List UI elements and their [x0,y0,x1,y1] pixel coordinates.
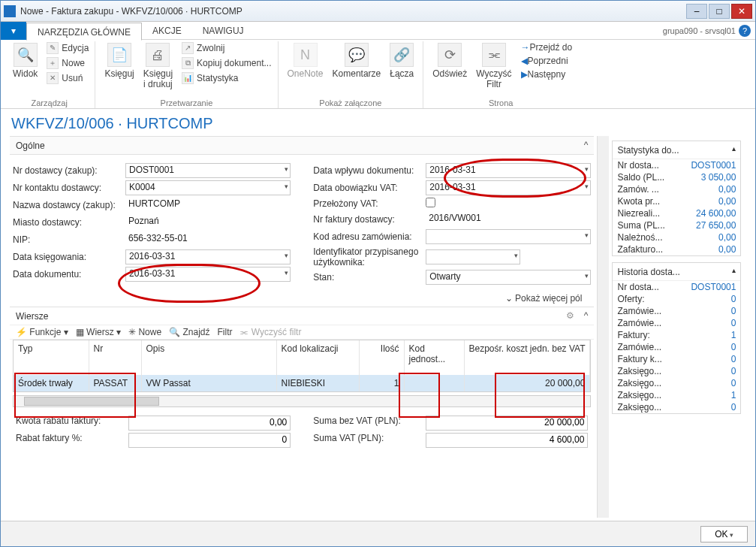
pencil-icon: ✎ [47,42,59,54]
caret-up-icon: ^ [584,140,589,150]
data-ksiegowania-field[interactable]: 2016-03-31▾ [125,249,291,264]
factbox-row[interactable]: Zaksięgo...0 [613,365,740,377]
nastepny-button[interactable]: ▶ Następny [520,68,574,80]
ksieguj-drukuj-button[interactable]: 🖨Księguj i drukuj [139,41,177,91]
kwota-rabatu-field[interactable]: 0,00 [128,416,291,431]
usun-button[interactable]: ✕Usuń [45,71,90,85]
file-dropdown[interactable]: ▾ [1,22,26,40]
komentarze-button[interactable]: 💬Komentarze [328,41,386,80]
factbox-row[interactable]: Zamówie...0 [613,317,740,329]
onenote-button[interactable]: NOneNote [283,41,328,80]
release-icon: ↗ [182,42,194,54]
lines-toolbar: ⚡ Funkcje ▾ ▦ Wiersz ▾ ✳ Nowe 🔍 Znajdź F… [10,325,594,340]
status-bar: OK [1,521,755,546]
magnifier-icon: 🔍 [14,43,38,67]
caret-icon[interactable]: ▴ [732,266,736,274]
caret-up-icon: ^ [584,310,589,321]
lines-grid[interactable]: Typ Nr Opis Kod lokalizacji Ilość Kod je… [13,340,591,392]
odswiez-button[interactable]: ⟳Odśwież [428,41,471,80]
nr-dostawcy-field[interactable]: DOST0001▾ [125,163,291,178]
data-vat-field[interactable]: 2016-03-31▾ [426,180,591,195]
nr-kontaktu-field[interactable]: K0004▾ [125,180,291,195]
tab-nawiguj[interactable]: NAWIGUJ [192,22,255,40]
factbox-row[interactable]: Zafakturo...0,00 [613,243,740,255]
app-icon [4,5,16,17]
window-title: Nowe - Faktura zakupu - WKFVZ/10/006 · H… [20,6,685,17]
factbox-row[interactable]: Zaksięgo...0 [613,401,740,413]
factbox-historia: Historia dosta...▴ Nr dosta...DOST0001Of… [612,262,741,414]
identyfikator-field[interactable]: ▾ [426,249,520,264]
funnel-icon: ⫘ [482,43,506,67]
funkcje-menu[interactable]: ⚡ Funkcje ▾ [16,327,68,337]
data-wplywu-field[interactable]: 2016-03-31▾ [426,163,591,178]
show-more-fields[interactable]: Pokaż więcej pól [10,290,594,307]
table-row[interactable]: Środek trwały PASSAT VW Passat NIEBIESKI… [14,375,590,391]
kopiuj-dokument-button[interactable]: ⧉Kopiuj dokument... [180,56,273,70]
factbox-row[interactable]: Nr dosta...DOST0001 [613,159,740,171]
maximize-button[interactable]: □ [709,4,730,19]
close-button[interactable]: ✕ [731,4,752,19]
ksieguj-button[interactable]: 📄Księguj [100,41,138,80]
help-icon[interactable]: ? [739,25,751,37]
nip-field: 656-332-55-01 [125,232,291,247]
tab-akcje[interactable]: AKCJE [142,22,192,40]
edycja-button[interactable]: ✎Edycja [45,41,90,55]
window-titlebar: Nowe - Faktura zakupu - WKFVZ/10/006 · H… [1,1,755,22]
gear-icon[interactable]: ⚙ [566,310,574,321]
rabat-pct-field[interactable]: 0 [128,433,291,448]
link-icon: 🔗 [390,43,414,67]
printer-icon: 🖨 [146,43,170,67]
wiersz-menu[interactable]: ▦ Wiersz ▾ [76,327,121,337]
page-title: WKFVZ/10/006 · HURTCOMP [1,109,755,138]
section-wiersze-header[interactable]: Wiersze ⚙ ^ [10,307,594,325]
lines-nowe-button[interactable]: ✳ Nowe [128,327,161,337]
lacza-button[interactable]: 🔗Łącza [385,41,418,80]
minimize-button[interactable]: – [686,4,707,19]
factbox-row[interactable]: Niezreali...24 600,00 [613,207,740,219]
suma-vat-field: 4 600,00 [426,433,588,448]
side-panel: Statystyka do...▴ Nr dosta...DOST0001Sal… [609,136,745,518]
znajdz-button[interactable]: 🔍 Znajdź [169,327,209,337]
widok-button[interactable]: 🔍Widok [8,41,42,80]
filtr-button[interactable]: Filtr [217,327,232,337]
factbox-row[interactable]: Należnoś...0,00 [613,231,740,243]
factbox-row[interactable]: Zamówie...0 [613,341,740,353]
factbox-row[interactable]: Saldo (PL...3 050,00 [613,171,740,183]
factbox-row[interactable]: Zamówie...0 [613,305,740,317]
wyczysc-filtr-button[interactable]: ⫘Wyczyść Filtr [471,41,516,91]
new-icon: ＋ [47,57,59,69]
data-dokumentu-field[interactable]: 2016-03-31▾ [125,267,291,282]
nr-faktury-dostawcy-field[interactable]: 2016/VW001 [426,212,591,227]
tab-narzedzia-glowne[interactable]: NARZĘDZIA GŁÓWNE [26,23,142,41]
factbox-row[interactable]: Zaksięgo...0 [613,377,740,389]
przelozony-vat-checkbox[interactable] [426,198,435,207]
content-vertical-scrollbar[interactable] [597,136,609,518]
factbox-row[interactable]: Zamów. ...0,00 [613,183,740,195]
suma-bez-vat-field: 20 000,00 [426,416,588,431]
factbox-row[interactable]: Kwota pr...0,00 [613,195,740,207]
factbox-row[interactable]: Faktury:1 [613,329,740,341]
nowe-button[interactable]: ＋Nowe [45,56,90,70]
horizontal-scrollbar[interactable] [13,395,591,407]
nazwa-dostawcy-field: HURTCOMP [125,198,291,213]
caret-icon[interactable]: ▴ [732,144,736,153]
poprzedni-button[interactable]: ◀ Poprzedni [520,55,574,67]
factbox-row[interactable]: Zaksięgo...1 [613,389,740,401]
miasto-field: Poznań [125,215,291,230]
stats-icon: 📊 [182,72,194,84]
user-info: grupa090 - srvsql01 [663,26,736,35]
wyczysc-filtr-lines-button[interactable]: ⫘ Wyczyść filtr [239,327,301,337]
kod-adresu-field[interactable]: ▾ [426,229,591,244]
factbox-row[interactable]: Oferty:0 [613,293,740,305]
post-icon: 📄 [107,43,131,67]
factbox-row[interactable]: Suma (PL...27 650,00 [613,219,740,231]
ok-button[interactable]: OK [700,526,748,542]
stan-field[interactable]: Otwarty▾ [426,270,591,285]
totals-pane: Kwota rabatu faktury:0,00 Rabat faktury … [10,410,594,453]
zwolnij-button[interactable]: ↗Zwolnij [180,41,273,55]
factbox-row[interactable]: Faktury k...0 [613,353,740,365]
factbox-row[interactable]: Nr dosta...DOST0001 [613,281,740,293]
przejdz-do-button[interactable]: → Przejdź do [520,41,574,53]
section-ogolne-header[interactable]: Ogólne^ [10,136,594,155]
statystyka-button[interactable]: 📊Statystyka [180,71,273,85]
